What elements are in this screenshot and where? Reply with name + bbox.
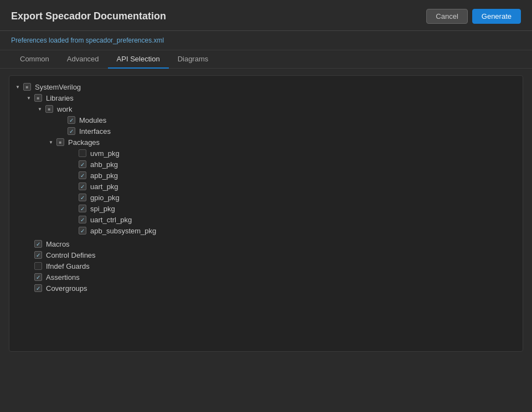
tree-row-uvm-pkg: uvm_pkg xyxy=(14,148,518,159)
tab-diagrams[interactable]: Diagrams xyxy=(169,50,218,69)
tree-row-packages: Packages xyxy=(14,137,518,148)
tree-row-gpio-pkg: gpio_pkg xyxy=(14,192,518,203)
tree-row-spi-pkg: spi_pkg xyxy=(14,203,518,214)
cb-systemverilog[interactable] xyxy=(23,82,32,91)
label-packages: Packages xyxy=(68,138,100,147)
cb-uart-ctrl-pkg[interactable] xyxy=(78,215,87,224)
label-ahb-pkg: ahb_pkg xyxy=(90,160,118,169)
tree-row-macros: Macros xyxy=(14,238,518,249)
cb-assertions[interactable] xyxy=(34,273,43,281)
tab-advanced[interactable]: Advanced xyxy=(58,50,108,69)
label-systemverilog: SystemVerilog xyxy=(35,83,81,91)
cb-work[interactable] xyxy=(45,105,54,113)
tree-row-interfaces: Interfaces xyxy=(14,126,518,137)
tree-row-uart-ctrl-pkg: uart_ctrl_pkg xyxy=(14,214,518,225)
label-covergroups: Covergroups xyxy=(46,284,87,293)
tree-row-uart-pkg: uart_pkg xyxy=(14,181,518,192)
generate-button[interactable]: Generate xyxy=(472,9,521,24)
label-assertions: Assertions xyxy=(46,273,80,281)
cb-covergroups[interactable] xyxy=(34,284,43,293)
label-uart-pkg: uart_pkg xyxy=(90,182,118,191)
cb-uart-pkg[interactable] xyxy=(78,182,87,191)
label-apb-pkg: apb_pkg xyxy=(90,171,118,180)
tree-row-apb-pkg: apb_pkg xyxy=(14,170,518,181)
header-buttons: Cancel Generate xyxy=(426,9,521,24)
cb-ifndef-guards[interactable] xyxy=(34,262,43,270)
label-uvm-pkg: uvm_pkg xyxy=(90,149,120,158)
label-apb-subsystem-pkg: apb_subsystem_pkg xyxy=(90,227,156,235)
tree-row-apb-subsystem-pkg: apb_subsystem_pkg xyxy=(14,225,518,236)
tree-row-ifndef-guards: Ifndef Guards xyxy=(14,260,518,272)
cancel-button[interactable]: Cancel xyxy=(426,9,467,24)
tree-row-systemverilog: SystemVerilog xyxy=(14,81,518,92)
chevron-packages[interactable] xyxy=(47,138,55,146)
tree-row-control-defines: Control Defines xyxy=(14,249,518,260)
cb-ahb-pkg[interactable] xyxy=(78,160,87,169)
tree-row-work: work xyxy=(14,103,518,114)
chevron-systemverilog[interactable] xyxy=(14,83,22,91)
tree-container: SystemVerilog Libraries work Modules xyxy=(9,75,523,352)
cb-libraries[interactable] xyxy=(34,93,43,102)
cb-apb-subsystem-pkg[interactable] xyxy=(78,226,87,235)
cb-apb-pkg[interactable] xyxy=(78,171,87,180)
chevron-work[interactable] xyxy=(36,105,44,113)
label-spi-pkg: spi_pkg xyxy=(90,205,115,213)
cb-interfaces[interactable] xyxy=(67,127,76,135)
cb-uvm-pkg[interactable] xyxy=(78,149,87,158)
label-modules: Modules xyxy=(79,116,106,124)
tree-row-modules: Modules xyxy=(14,114,518,126)
label-ifndef-guards: Ifndef Guards xyxy=(46,262,90,270)
dialog-header: Export Specador Documentation Cancel Gen… xyxy=(0,0,532,31)
label-control-defines: Control Defines xyxy=(46,251,96,259)
prefs-bar: Preferences loaded from specador_prefere… xyxy=(0,31,532,50)
tree-row-covergroups: Covergroups xyxy=(14,283,518,294)
tab-content: SystemVerilog Libraries work Modules xyxy=(0,69,532,412)
cb-spi-pkg[interactable] xyxy=(78,204,87,213)
tab-api-selection[interactable]: API Selection xyxy=(108,50,169,69)
label-macros: Macros xyxy=(46,240,70,248)
prefs-text: Preferences loaded from xyxy=(11,36,84,44)
cb-packages[interactable] xyxy=(56,138,65,147)
export-dialog: Export Specador Documentation Cancel Gen… xyxy=(0,0,532,412)
tree-row-ahb-pkg: ahb_pkg xyxy=(14,159,518,170)
label-work: work xyxy=(57,105,72,113)
chevron-libraries[interactable] xyxy=(25,94,33,102)
cb-macros[interactable] xyxy=(34,239,43,248)
dialog-title: Export Specador Documentation xyxy=(11,11,166,22)
tabs-bar: Common Advanced API Selection Diagrams xyxy=(0,50,532,69)
cb-control-defines[interactable] xyxy=(34,251,43,259)
tree-row-assertions: Assertions xyxy=(14,272,518,283)
prefs-filename: specador_preferences.xml xyxy=(86,36,164,44)
label-gpio-pkg: gpio_pkg xyxy=(90,194,120,202)
label-interfaces: Interfaces xyxy=(79,127,111,135)
label-uart-ctrl-pkg: uart_ctrl_pkg xyxy=(90,216,132,224)
cb-gpio-pkg[interactable] xyxy=(78,193,87,202)
tab-common[interactable]: Common xyxy=(11,50,58,69)
tree-row-libraries: Libraries xyxy=(14,92,518,103)
label-libraries: Libraries xyxy=(46,94,74,102)
cb-modules[interactable] xyxy=(67,116,76,124)
